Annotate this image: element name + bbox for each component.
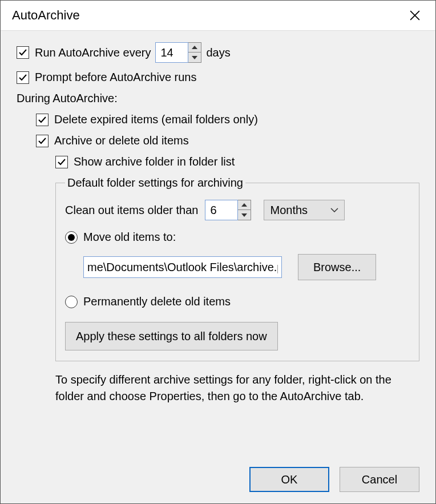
perm-delete-row: Permanently delete old items — [65, 295, 410, 308]
archive-delete-label: Archive or delete old items — [54, 134, 189, 147]
age-spin-up[interactable] — [238, 200, 251, 210]
age-spin-down[interactable] — [238, 210, 251, 220]
chevron-up-icon — [192, 46, 197, 49]
show-folder-label: Show archive folder in folder list — [74, 155, 235, 168]
show-folder-row: Show archive folder in folder list — [55, 155, 419, 168]
archive-delete-checkbox[interactable] — [36, 135, 49, 147]
default-folder-settings-group: Default folder settings for archiving Cl… — [55, 176, 419, 361]
archive-delete-row: Archive or delete old items — [36, 134, 419, 147]
move-path-row: Browse... — [83, 254, 410, 280]
unit-selected: Months — [270, 204, 308, 217]
perm-delete-label: Permanently delete old items — [83, 295, 231, 308]
check-icon — [57, 158, 66, 167]
delete-expired-row: Delete expired items (email folders only… — [36, 113, 419, 126]
run-every-row: Run AutoArchive every days — [17, 42, 419, 63]
unit-combobox[interactable]: Months — [264, 200, 345, 220]
prompt-checkbox[interactable] — [17, 71, 29, 84]
svg-marker-5 — [241, 213, 247, 217]
chevron-up-icon — [241, 203, 247, 207]
run-every-label-before: Run AutoArchive every — [35, 46, 151, 59]
svg-marker-3 — [192, 56, 197, 59]
svg-marker-4 — [241, 203, 247, 207]
delete-expired-label: Delete expired items (email folders only… — [54, 113, 258, 126]
check-icon — [38, 136, 47, 146]
move-radio-row: Move old items to: — [65, 231, 410, 244]
days-spin-down[interactable] — [188, 53, 201, 62]
clean-out-row: Clean out items older than Months — [65, 200, 410, 220]
check-icon — [18, 73, 27, 82]
age-spinner — [205, 200, 251, 220]
close-button[interactable] — [403, 5, 426, 26]
days-spinner — [155, 42, 201, 63]
days-input[interactable] — [155, 42, 188, 63]
move-label: Move old items to: — [83, 231, 176, 244]
autoarchive-dialog: AutoArchive Run AutoArchive every days — [0, 0, 436, 504]
age-input[interactable] — [205, 200, 238, 220]
clean-out-label: Clean out items older than — [65, 204, 198, 217]
run-every-label-after: days — [206, 46, 230, 59]
dialog-body: Run AutoArchive every days Prompt before… — [1, 30, 435, 503]
perm-delete-radio[interactable] — [65, 296, 78, 308]
note-text: To specify different archive settings fo… — [55, 372, 419, 405]
browse-button[interactable]: Browse... — [298, 254, 376, 280]
ok-button[interactable]: OK — [249, 467, 329, 492]
group-legend: Default folder settings for archiving — [65, 176, 245, 189]
cancel-button[interactable]: Cancel — [340, 467, 419, 492]
delete-expired-checkbox[interactable] — [36, 114, 49, 126]
close-icon — [410, 10, 420, 21]
archive-path-input[interactable] — [83, 256, 282, 278]
move-radio[interactable] — [65, 231, 78, 244]
titlebar: AutoArchive — [1, 1, 435, 30]
chevron-down-icon — [241, 213, 247, 217]
chevron-down-icon — [330, 208, 338, 212]
chevron-down-icon — [192, 56, 197, 59]
during-label: During AutoArchive: — [17, 92, 419, 105]
svg-marker-2 — [192, 46, 197, 49]
footer-buttons: OK Cancel — [249, 467, 419, 492]
apply-all-button[interactable]: Apply these settings to all folders now — [65, 322, 278, 350]
prompt-label: Prompt before AutoArchive runs — [35, 71, 196, 84]
check-icon — [38, 115, 47, 124]
run-every-checkbox[interactable] — [17, 46, 29, 59]
days-spin-up[interactable] — [188, 43, 201, 53]
prompt-row: Prompt before AutoArchive runs — [17, 71, 419, 84]
check-icon — [18, 48, 27, 57]
dialog-title: AutoArchive — [12, 8, 80, 23]
show-folder-checkbox[interactable] — [55, 156, 68, 168]
